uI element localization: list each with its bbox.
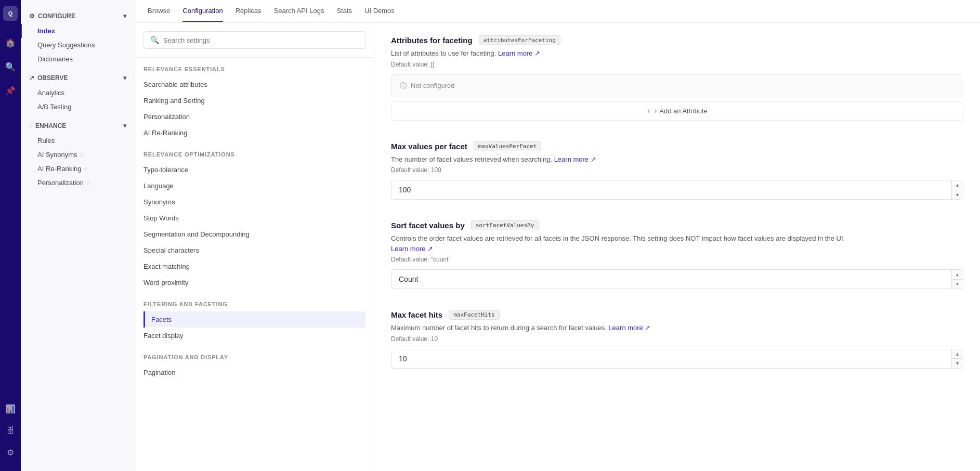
sort-facet-arrow-down[interactable]: ▾ (952, 280, 963, 289)
block-sort-facet-values: Sort facet values by sortFacetValuesBy C… (391, 220, 963, 289)
search-bar-wrap: 🔍 (135, 23, 374, 58)
sidebar-section-observe: ↗ OBSERVE ▾ Analytics A/B Testing (21, 70, 135, 114)
max-facet-hits-stepper: ▴ ▾ (951, 349, 963, 368)
search-input[interactable] (163, 36, 359, 44)
sidebar-header-observe[interactable]: ↗ OBSERVE ▾ (21, 70, 135, 86)
settings-item-typo-tolerance[interactable]: Typo-tolerance (143, 162, 365, 178)
settings-item-pagination[interactable]: Pagination (143, 364, 365, 381)
max-values-input-wrap: ▴ ▾ (391, 180, 963, 200)
settings-item-facet-display[interactable]: Facet display (143, 328, 365, 344)
settings-item-stop-words[interactable]: Stop Words (143, 210, 365, 226)
chevron-icon: ▾ (123, 12, 126, 20)
sort-facet-select-wrap: Count Alpha ▴ ▾ (391, 269, 963, 289)
settings-panel: 🔍 RELEVANCE ESSENTIALS Searchable attrib… (135, 23, 374, 471)
sidebar-item-rules[interactable]: Rules (21, 134, 135, 148)
setting-code-max-facet-hits: maxFacetHits (449, 310, 499, 320)
group-relevance-optimizations: RELEVANCE OPTIMIZATIONS Typo-tolerance L… (135, 143, 374, 293)
learn-more-link-max-facet-hits[interactable]: Learn more ↗ (608, 324, 650, 332)
settings-item-ranking-sorting[interactable]: Ranking and Sorting (143, 93, 365, 109)
chart-icon[interactable]: 📊 (3, 401, 18, 416)
setting-code-max-values: maxValuesPerFacet (474, 141, 542, 151)
chevron-icon-observe: ▾ (123, 74, 126, 82)
sidebar-item-query-suggestions[interactable]: Query Suggestions (21, 38, 135, 52)
settings-item-word-proximity[interactable]: Word proximity (143, 274, 365, 291)
sidebar-section-label-enhance: ENHANCE (35, 122, 66, 129)
add-attribute-label: + Add an Attribute (654, 107, 708, 115)
top-navigation: Browse Configuration Replicas Search API… (135, 0, 980, 23)
sort-facet-arrow-up[interactable]: ▴ (952, 270, 963, 280)
setting-desc-attributes-faceting: List of attributes to use for faceting. … (391, 48, 963, 59)
max-values-stepper-down[interactable]: ▾ (952, 190, 963, 200)
sidebar-item-dictionaries[interactable]: Dictionaries (21, 52, 135, 66)
sidebar-item-ab-testing[interactable]: A/B Testing (21, 100, 135, 114)
setting-code-attributes-faceting: attributesForFaceting (479, 35, 560, 45)
settings-item-segmentation[interactable]: Segmentation and Decompounding (143, 226, 365, 242)
max-facet-hits-stepper-down[interactable]: ▾ (952, 359, 963, 368)
star-icon-2: ☆ (83, 166, 88, 172)
star-icon-3: ☆ (86, 180, 91, 186)
tab-stats[interactable]: Stats (336, 1, 352, 22)
sidebar-section-label: CONFIGURE (38, 12, 75, 20)
chevron-icon-enhance: ▾ (123, 122, 126, 129)
plus-icon: + (647, 107, 651, 115)
home-icon[interactable]: 🏠 (3, 35, 18, 50)
group-label-filtering-faceting: FILTERING AND FACETING (143, 301, 365, 307)
tab-configuration[interactable]: Configuration (182, 1, 223, 22)
main-area: Browse Configuration Replicas Search API… (135, 0, 980, 471)
add-attribute-button[interactable]: + + Add an Attribute (391, 101, 963, 121)
setting-title-sort-facet: Sort facet values by (391, 221, 465, 230)
gear-icon[interactable]: ⚙ (3, 445, 18, 460)
database-icon[interactable]: 🗄 (3, 423, 18, 438)
search-nav-icon[interactable]: 🔍 (3, 59, 18, 74)
block-max-facet-hits: Max facet hits maxFacetHits Maximum numb… (391, 310, 963, 369)
max-values-stepper: ▴ ▾ (951, 180, 963, 199)
sidebar-item-ai-synonyms[interactable]: AI Synonyms ☆ (21, 148, 135, 162)
max-values-input[interactable] (391, 180, 951, 199)
tab-search-api-logs[interactable]: Search API Logs (274, 1, 324, 22)
setting-desc-max-facet-hits: Maximum number of facet hits to return d… (391, 323, 963, 333)
group-label-relevance-optimizations: RELEVANCE OPTIMIZATIONS (143, 151, 365, 158)
configure-icon: ⚙ (29, 12, 35, 20)
setting-code-sort-facet: sortFacetValuesBy (471, 220, 539, 230)
tab-replicas[interactable]: Replicas (236, 1, 262, 22)
max-facet-hits-stepper-up[interactable]: ▴ (952, 349, 963, 359)
max-facet-hits-input[interactable] (391, 349, 951, 368)
settings-item-exact-matching[interactable]: Exact matching (143, 258, 365, 274)
not-configured-label: Not configured (411, 82, 455, 89)
sidebar-item-ai-reranking[interactable]: AI Re-Ranking ☆ (21, 162, 135, 176)
sidebar-header-configure[interactable]: ⚙ CONFIGURE ▾ (21, 8, 135, 24)
tab-browse[interactable]: Browse (148, 1, 170, 22)
detail-panel: Attributes for faceting attributesForFac… (374, 23, 980, 471)
app-logo: Q (3, 6, 18, 21)
settings-item-facets[interactable]: Facets (143, 311, 365, 328)
sidebar-item-personalization[interactable]: Personalization ☆ (21, 176, 135, 190)
sidebar-item-analytics[interactable]: Analytics (21, 86, 135, 100)
settings-item-ai-reranking-config[interactable]: AI Re-Ranking (143, 125, 365, 141)
sort-facet-select[interactable]: Count Alpha (391, 270, 951, 289)
sidebar-header-enhance[interactable]: ↑ ENHANCE ▾ (21, 118, 135, 134)
sort-facet-arrows: ▴ ▾ (951, 270, 963, 289)
learn-more-link-faceting[interactable]: Learn more ↗ (498, 49, 540, 57)
content-area: 🔍 RELEVANCE ESSENTIALS Searchable attrib… (135, 23, 980, 471)
block-max-values-per-facet: Max values per facet maxValuesPerFacet T… (391, 141, 963, 200)
group-filtering-faceting: FILTERING AND FACETING Facets Facet disp… (135, 293, 374, 346)
pin-icon[interactable]: 📌 (3, 83, 18, 98)
settings-item-searchable-attributes[interactable]: Searchable attributes (143, 76, 365, 93)
setting-desc-max-values: The number of facet values retrieved whe… (391, 154, 963, 165)
enhance-icon: ↑ (29, 122, 32, 129)
max-values-stepper-up[interactable]: ▴ (952, 180, 963, 190)
settings-item-special-characters[interactable]: Special characters (143, 242, 365, 258)
learn-more-link-max-values[interactable]: Learn more ↗ (554, 155, 596, 163)
icon-bar: Q 🏠 🔍 📌 📊 🗄 ⚙ (0, 0, 21, 471)
settings-item-language[interactable]: Language (143, 178, 365, 194)
sidebar-item-index[interactable]: Index (21, 24, 135, 38)
setting-title-attributes-faceting: Attributes for faceting (391, 36, 473, 45)
learn-more-link-sort-facet[interactable]: Learn more ↗ (391, 245, 433, 253)
settings-item-synonyms[interactable]: Synonyms (143, 194, 365, 210)
group-pagination-display: PAGINATION AND DISPLAY Pagination (135, 346, 374, 383)
tab-ui-demos[interactable]: UI Demos (364, 1, 395, 22)
setting-title-max-facet-hits: Max facet hits (391, 310, 442, 319)
settings-item-personalization[interactable]: Personalization (143, 109, 365, 125)
not-configured-box: ⓘ Not configured (391, 74, 963, 97)
group-label-relevance-essentials: RELEVANCE ESSENTIALS (143, 66, 365, 72)
